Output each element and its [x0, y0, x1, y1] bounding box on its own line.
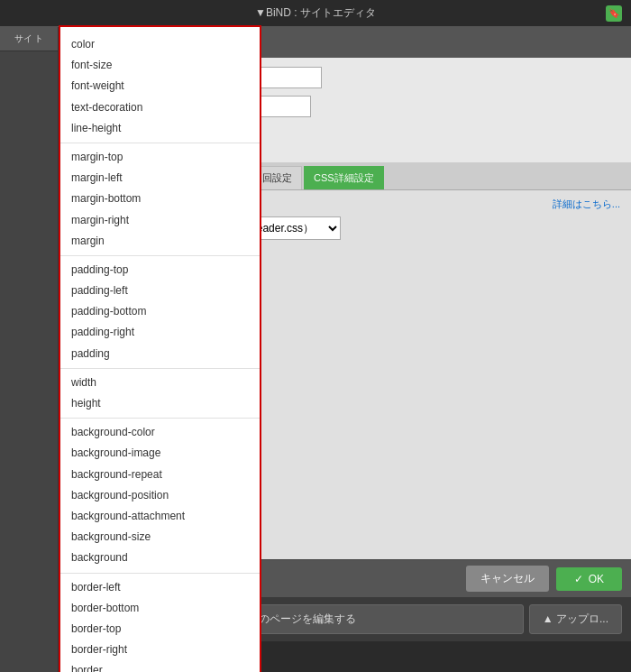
dropdown-item-width[interactable]: width — [60, 373, 260, 393]
sidebar-tab[interactable]: サイ ト — [0, 27, 58, 51]
dropdown-item-height[interactable]: height — [60, 393, 260, 414]
app-title: ▼BiND : サイトエディタ — [255, 6, 376, 19]
dropdown-section-typography: color font-size font-weight text-decorat… — [60, 31, 260, 143]
dropdown-item-padding-left[interactable]: padding-left — [60, 281, 260, 301]
dropdown-item-line-height[interactable]: line-height — [60, 118, 260, 139]
dropdown-item-padding-bottom[interactable]: padding-bottom — [60, 301, 260, 322]
dropdown-item-background-color[interactable]: background-color — [60, 422, 260, 443]
ok-label: OK — [589, 573, 604, 585]
ok-button[interactable]: ✓ OK — [556, 567, 622, 591]
dropdown-item-border-top[interactable]: border-top — [60, 619, 260, 640]
title-bar: ▼BiND : サイトエディタ 🔖 — [0, 0, 631, 27]
ok-icon: ✓ — [574, 573, 583, 585]
dropdown-item-font-weight[interactable]: font-weight — [60, 76, 260, 97]
css-property-dropdown: color font-size font-weight text-decorat… — [59, 25, 261, 672]
tab-css[interactable]: CSS詳細設定 — [304, 166, 384, 189]
dropdown-item-background[interactable]: background — [60, 548, 260, 568]
dropdown-item-border-right[interactable]: border-right — [60, 640, 260, 660]
title-icon: 🔖 — [606, 5, 622, 22]
upload-button[interactable]: ▲ アップロ... — [529, 604, 622, 634]
left-sidebar: サイ ト — [0, 27, 59, 672]
detail-link[interactable]: 詳細はこちら... — [553, 198, 620, 211]
dropdown-item-background-image[interactable]: background-image — [60, 443, 260, 464]
dropdown-section-dimensions: width height — [60, 369, 260, 419]
dropdown-item-padding-right[interactable]: padding-right — [60, 322, 260, 343]
dropdown-item-border-left[interactable]: border-left — [60, 577, 260, 598]
dropdown-item-background-attachment[interactable]: background-attachment — [60, 506, 260, 527]
dropdown-item-color[interactable]: color — [60, 34, 260, 55]
dropdown-item-border-bottom[interactable]: border-bottom — [60, 598, 260, 619]
dropdown-item-background-repeat[interactable]: background-repeat — [60, 465, 260, 485]
dropdown-item-background-position[interactable]: background-position — [60, 485, 260, 506]
dropdown-item-margin-left[interactable]: margin-left — [60, 168, 260, 189]
dropdown-item-margin-right[interactable]: margin-right — [60, 210, 260, 231]
cancel-button[interactable]: キャンセル — [466, 566, 549, 592]
dropdown-item-margin[interactable]: margin — [60, 231, 260, 252]
dropdown-item-background-size[interactable]: background-size — [60, 527, 260, 548]
dropdown-item-margin-bottom[interactable]: margin-bottom — [60, 189, 260, 209]
dropdown-item-font-size[interactable]: font-size — [60, 55, 260, 76]
dropdown-item-padding[interactable]: padding — [60, 344, 260, 364]
dropdown-section-margin: margin-top margin-left margin-bottom mar… — [60, 143, 260, 256]
dropdown-section-padding: padding-top padding-left padding-bottom … — [60, 256, 260, 369]
dropdown-item-margin-top[interactable]: margin-top — [60, 147, 260, 168]
dropdown-item-padding-top[interactable]: padding-top — [60, 260, 260, 281]
dropdown-item-text-decoration[interactable]: text-decoration — [60, 97, 260, 118]
dropdown-section-border: border-left border-bottom border-top bor… — [60, 574, 260, 673]
dropdown-item-border[interactable]: border — [60, 660, 260, 672]
dropdown-section-background: background-color background-image backgr… — [60, 419, 260, 573]
